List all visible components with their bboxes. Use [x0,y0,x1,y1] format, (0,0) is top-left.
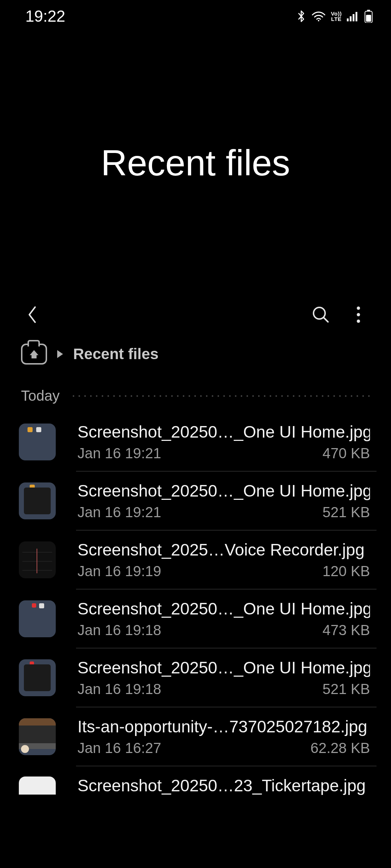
file-name: Screenshot_20250…_One UI Home.jpg [77,481,370,501]
file-name: Screenshot_20250…_One UI Home.jpg [77,658,370,677]
file-date: Jan 16 19:18 [77,622,161,638]
breadcrumb: Recent files [0,336,391,379]
file-thumbnail [19,659,56,696]
svg-point-10 [357,313,360,316]
battery-icon [364,10,373,23]
file-row[interactable]: Screenshot_20250…_One UI Home.jpg Jan 16… [0,472,391,530]
section-label: Today [21,388,60,404]
file-thumbnail [19,482,56,519]
file-row[interactable]: Its-an-opportunity-…737025027182.jpg Jan… [0,707,391,766]
svg-point-11 [357,320,360,323]
breadcrumb-current[interactable]: Recent files [73,345,159,363]
file-size: 120 KB [323,563,370,579]
section-header: Today [0,379,391,413]
file-thumbnail [19,776,56,795]
search-button[interactable] [309,303,332,326]
status-icons: Vo)) LTE [296,10,373,23]
file-size: 473 KB [323,622,370,638]
svg-rect-3 [353,14,354,21]
file-thumbnail [19,718,56,755]
file-name: Screenshot_20250…_One UI Home.jpg [77,422,370,442]
file-row[interactable]: Screenshot_20250…23_Tickertape.jpg [0,766,391,795]
back-button[interactable] [21,303,44,326]
file-size: 521 KB [323,504,370,520]
section-divider [71,395,370,397]
svg-rect-1 [347,18,349,21]
file-thumbnail [19,424,56,460]
file-name: Its-an-opportunity-…737025027182.jpg [77,717,370,736]
svg-point-9 [357,307,360,310]
status-time: 19:22 [25,7,65,25]
chevron-left-icon [26,305,39,324]
file-thumbnail [19,600,56,637]
breadcrumb-separator-icon [57,350,63,358]
status-bar: 19:22 Vo)) LTE [0,0,391,33]
signal-icon [347,11,359,21]
file-list[interactable]: Screenshot_20250…_One UI Home.jpg Jan 16… [0,413,391,795]
file-date: Jan 16 19:18 [77,681,161,697]
svg-point-0 [318,20,319,21]
volte-icon: Vo)) LTE [331,11,342,22]
more-button[interactable] [347,303,370,326]
svg-rect-2 [350,16,352,21]
svg-rect-4 [356,12,357,21]
home-folder-icon[interactable] [21,344,47,365]
bluetooth-icon [296,10,306,23]
file-name: Screenshot_20250…23_Tickertape.jpg [77,776,370,795]
search-icon [311,305,330,324]
file-name: Screenshot_2025…Voice Recorder.jpg [77,540,370,559]
file-date: Jan 16 19:19 [77,563,161,579]
file-row[interactable]: Screenshot_2025…Voice Recorder.jpg Jan 1… [0,531,391,589]
file-size: 521 KB [323,681,370,697]
file-row[interactable]: Screenshot_20250…_One UI Home.jpg Jan 16… [0,648,391,707]
file-size: 62.28 KB [310,740,370,756]
file-date: Jan 16 19:21 [77,445,161,461]
file-date: Jan 16 19:21 [77,504,161,520]
hero-area: Recent files [0,33,391,293]
page-title: Recent files [101,142,290,184]
file-row[interactable]: Screenshot_20250…_One UI Home.jpg Jan 16… [0,590,391,648]
wifi-icon [311,11,326,22]
toolbar [0,293,391,336]
file-row[interactable]: Screenshot_20250…_One UI Home.jpg Jan 16… [0,413,391,471]
file-name: Screenshot_20250…_One UI Home.jpg [77,599,370,618]
file-thumbnail [19,541,56,578]
more-vertical-icon [356,306,361,324]
file-date: Jan 16 16:27 [77,740,161,756]
file-size: 470 KB [323,445,370,461]
svg-rect-7 [366,15,371,22]
